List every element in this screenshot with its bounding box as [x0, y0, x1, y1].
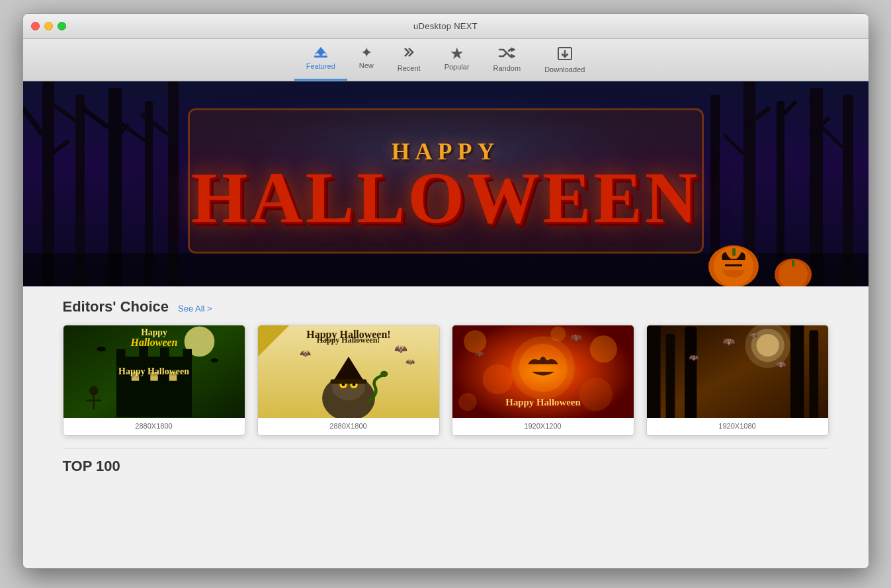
featured-icon — [313, 46, 329, 61]
random-icon — [498, 46, 515, 63]
svg-point-70 — [579, 378, 612, 411]
svg-rect-37 — [116, 349, 125, 364]
svg-text:🦇: 🦇 — [569, 331, 582, 344]
svg-marker-0 — [314, 47, 327, 56]
svg-text:🦇: 🦇 — [394, 343, 407, 355]
svg-text:🦇: 🦇 — [688, 353, 699, 363]
svg-point-71 — [458, 393, 476, 411]
titlebar: uDesktop NEXT — [23, 14, 869, 39]
downloaded-icon — [556, 46, 573, 64]
main-content[interactable]: HAPPY HALLOWEEN Editors' Choice See All … — [23, 81, 869, 568]
nav-popular[interactable]: ★ Popular — [433, 43, 482, 81]
wallpaper-thumb-2: Happy Halloween! 🦇 🦇 🦇 — [258, 325, 439, 418]
top100-title: TOP 100 — [63, 458, 120, 475]
top100-header: TOP 100 — [63, 458, 829, 475]
nav-new[interactable]: ✦ New — [347, 43, 386, 81]
svg-point-45 — [210, 358, 218, 362]
svg-point-81 — [756, 334, 779, 357]
nav-new-label: New — [359, 62, 374, 69]
svg-rect-38 — [139, 345, 148, 364]
svg-text:Halloween: Halloween — [130, 337, 177, 348]
nav-random-label: Random — [493, 64, 521, 72]
wallpaper-thumb-4: 🦇 🦇 🦇 🦇 — [647, 325, 828, 418]
svg-rect-30 — [732, 248, 736, 256]
wallpaper-card-1[interactable]: Happy Halloween 2880X1800 — [63, 325, 245, 436]
svg-rect-85 — [790, 325, 804, 418]
wallpaper-thumb-3: 🦇 🦇 Happy Halloween — [452, 325, 634, 418]
hero-halloween-text: HALLOWEEN — [191, 165, 700, 231]
new-icon: ✦ — [361, 46, 372, 60]
wallpaper-size-1: 2880X1800 — [64, 418, 245, 435]
app-window: uDesktop NEXT Featured ✦ New — [22, 13, 869, 569]
svg-rect-86 — [809, 330, 818, 418]
nav-featured[interactable]: Featured — [294, 43, 347, 81]
svg-text:🦇: 🦇 — [722, 335, 736, 348]
wallpaper-grid: Happy Halloween 2880X1800 — [63, 325, 829, 436]
popular-icon: ★ — [450, 46, 464, 62]
svg-rect-40 — [183, 349, 192, 364]
wallpaper-size-2: 2880X1800 — [258, 418, 439, 435]
nav-popular-label: Popular — [445, 63, 470, 71]
editors-choice-title: Editors' Choice — [63, 298, 169, 315]
nav-recent[interactable]: Recent — [386, 43, 433, 81]
svg-text:Happy: Happy — [141, 327, 167, 337]
svg-rect-42 — [150, 372, 157, 381]
close-button[interactable] — [31, 22, 40, 30]
wallpaper-card-4[interactable]: 🦇 🦇 🦇 🦇 1920X1080 — [646, 325, 829, 436]
nav-featured-label: Featured — [306, 62, 335, 70]
svg-rect-41 — [131, 372, 138, 381]
nav-downloaded-label: Downloaded — [544, 65, 585, 73]
svg-rect-43 — [169, 372, 176, 381]
svg-point-44 — [97, 347, 106, 351]
see-all-link[interactable]: See All > — [178, 304, 212, 314]
svg-text:Happy Halloween!: Happy Halloween! — [306, 329, 390, 341]
svg-text:🦇: 🦇 — [749, 331, 759, 340]
svg-rect-33 — [792, 260, 794, 267]
toolbar: Featured ✦ New Recent ★ Popular — [23, 39, 869, 81]
editors-choice-header: Editors' Choice See All > — [63, 298, 829, 315]
app-title: uDesktop NEXT — [413, 21, 478, 31]
svg-point-65 — [380, 371, 387, 377]
svg-point-76 — [519, 344, 567, 392]
section-divider — [63, 448, 829, 448]
wallpaper-size-3: 1920X1200 — [452, 418, 634, 435]
minimize-button[interactable] — [44, 22, 53, 30]
svg-text:🦇: 🦇 — [475, 349, 485, 358]
nav-downloaded[interactable]: Downloaded — [532, 43, 597, 81]
content-area: Editors' Choice See All > — [23, 286, 869, 496]
svg-text:🦇: 🦇 — [299, 348, 311, 359]
svg-rect-36 — [116, 357, 191, 417]
svg-rect-83 — [665, 334, 675, 418]
hero-text: HAPPY HALLOWEEN — [191, 138, 700, 231]
svg-rect-82 — [647, 325, 661, 418]
wallpaper-card-2[interactable]: Happy Halloween! 🦇 🦇 🦇 — [257, 325, 440, 436]
nav-random[interactable]: Random — [482, 43, 533, 81]
nav-recent-label: Recent — [398, 64, 421, 72]
svg-point-68 — [482, 364, 513, 395]
svg-point-69 — [589, 335, 616, 362]
wallpaper-size-4: 1920X1080 — [647, 418, 828, 435]
wallpaper-thumb-1: Happy Halloween — [64, 325, 245, 418]
maximize-button[interactable] — [58, 22, 66, 30]
svg-rect-1 — [314, 56, 327, 58]
traffic-lights — [31, 22, 66, 30]
svg-text:Happy Halloween: Happy Halloween — [505, 397, 581, 407]
svg-rect-84 — [685, 327, 697, 419]
wallpaper-card-3[interactable]: 🦇 🦇 Happy Halloween 1920X1200 — [452, 325, 634, 436]
hero-banner[interactable]: HAPPY HALLOWEEN — [23, 81, 869, 286]
svg-text:🦇: 🦇 — [405, 357, 415, 366]
svg-point-48 — [89, 386, 98, 396]
svg-rect-39 — [160, 347, 169, 364]
svg-text:🦇: 🦇 — [775, 359, 787, 370]
svg-rect-64 — [330, 379, 366, 384]
recent-icon — [401, 46, 417, 63]
